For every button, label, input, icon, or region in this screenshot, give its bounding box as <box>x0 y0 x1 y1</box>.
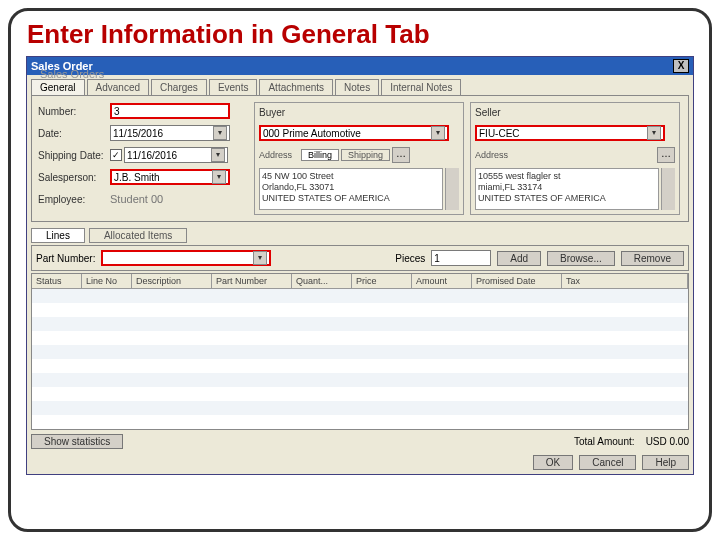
shipping-date-value: 11/16/2016 <box>127 150 177 161</box>
left-column: Number: Date: 11/15/2016 ▾ Shipping Date… <box>38 102 248 215</box>
subtab-allocated-items[interactable]: Allocated Items <box>89 228 187 243</box>
tab-charges[interactable]: Charges <box>151 79 207 95</box>
col-quantity[interactable]: Quant... <box>292 274 352 288</box>
ok-button[interactable]: OK <box>533 455 573 470</box>
seller-group: Seller FIU-CEC ▾ Address … 10555 west fl… <box>470 102 680 215</box>
sales-order-window: Sales Order X General Advanced Charges E… <box>26 56 694 475</box>
tab-attachments[interactable]: Attachments <box>259 79 333 95</box>
browse-button[interactable]: Browse... <box>547 251 615 266</box>
date-label: Date: <box>38 128 108 139</box>
chevron-down-icon[interactable]: ▾ <box>647 126 661 140</box>
pieces-field[interactable] <box>431 250 491 266</box>
window-titlebar: Sales Order X <box>27 57 693 75</box>
shipping-date-field[interactable]: 11/16/2016 ▾ <box>124 147 228 163</box>
show-statistics-button[interactable]: Show statistics <box>31 434 123 449</box>
buyer-addr-line3: UNITED STATES OF AMERICA <box>262 193 440 204</box>
close-button[interactable]: X <box>673 59 689 73</box>
tab-notes[interactable]: Notes <box>335 79 379 95</box>
col-part-number[interactable]: Part Number <box>212 274 292 288</box>
chevron-down-icon[interactable]: ▾ <box>253 251 267 265</box>
seller-address-box: 10555 west flagler st miami,FL 33174 UNI… <box>475 168 659 210</box>
col-tax[interactable]: Tax <box>562 274 688 288</box>
col-amount[interactable]: Amount <box>412 274 472 288</box>
salesperson-field[interactable]: J.B. Smith ▾ <box>110 169 230 185</box>
buyer-billing-tab[interactable]: Billing <box>301 149 339 161</box>
seller-address-label: Address <box>475 150 515 160</box>
seller-address-ellipsis-button[interactable]: … <box>657 147 675 163</box>
col-promised-date[interactable]: Promised Date <box>472 274 562 288</box>
buyer-addr-line2: Orlando,FL 33071 <box>262 182 440 193</box>
employee-label: Employee: <box>38 194 108 205</box>
seller-addr-line1: 10555 west flagler st <box>478 171 656 182</box>
line-entry-bar: Part Number: ▾ Pieces Add Browse... Remo… <box>31 245 689 271</box>
chevron-down-icon[interactable]: ▾ <box>213 126 227 140</box>
date-field[interactable]: 11/15/2016 ▾ <box>110 125 230 141</box>
buyer-addr-line1: 45 NW 100 Street <box>262 171 440 182</box>
tab-advanced[interactable]: Advanced <box>87 79 149 95</box>
buyer-value: 000 Prime Automotive <box>263 128 361 139</box>
seller-value: FIU-CEC <box>479 128 520 139</box>
cancel-button[interactable]: Cancel <box>579 455 636 470</box>
buyer-group: Buyer 000 Prime Automotive ▾ Address Bil… <box>254 102 464 215</box>
tab-events[interactable]: Events <box>209 79 258 95</box>
pieces-label: Pieces <box>395 253 425 264</box>
part-number-field[interactable]: ▾ <box>101 250 271 266</box>
employee-value: Student 00 <box>110 193 163 205</box>
buyer-shipping-tab[interactable]: Shipping <box>341 149 390 161</box>
chevron-down-icon[interactable]: ▾ <box>431 126 445 140</box>
main-tabs: General Advanced Charges Events Attachme… <box>27 75 693 95</box>
background-window-title: Sales Orders <box>40 68 104 80</box>
salesperson-value: J.B. Smith <box>114 172 160 183</box>
number-field[interactable] <box>110 103 230 119</box>
shipping-date-label: Shipping Date: <box>38 150 108 161</box>
grid-header: Status Line No Description Part Number Q… <box>32 274 688 289</box>
total-amount-label: Total Amount: <box>574 436 635 447</box>
help-button[interactable]: Help <box>642 455 689 470</box>
part-number-label: Part Number: <box>36 253 95 264</box>
total-amount-value: USD 0.00 <box>646 436 689 447</box>
col-line-no[interactable]: Line No <box>82 274 132 288</box>
seller-addr-line2: miami,FL 33174 <box>478 182 656 193</box>
tab-general[interactable]: General <box>31 79 85 95</box>
buyer-address-ellipsis-button[interactable]: … <box>392 147 410 163</box>
lines-grid: Status Line No Description Part Number Q… <box>31 273 689 430</box>
buyer-field[interactable]: 000 Prime Automotive ▾ <box>259 125 449 141</box>
seller-title: Seller <box>475 107 675 118</box>
buyer-address-box: 45 NW 100 Street Orlando,FL 33071 UNITED… <box>259 168 443 210</box>
seller-field[interactable]: FIU-CEC ▾ <box>475 125 665 141</box>
date-value: 11/15/2016 <box>113 128 163 139</box>
footer-bar: Show statistics Total Amount: USD 0.00 <box>31 434 689 449</box>
add-button[interactable]: Add <box>497 251 541 266</box>
shipping-date-checkbox[interactable]: ✓ <box>110 149 122 161</box>
col-price[interactable]: Price <box>352 274 412 288</box>
subtab-lines[interactable]: Lines <box>31 228 85 243</box>
general-panel: Number: Date: 11/15/2016 ▾ Shipping Date… <box>31 95 689 222</box>
buyer-title: Buyer <box>259 107 459 118</box>
buyer-address-label: Address <box>259 150 299 160</box>
col-description[interactable]: Description <box>132 274 212 288</box>
seller-address-scrollbar[interactable] <box>661 168 675 210</box>
seller-addr-line3: UNITED STATES OF AMERICA <box>478 193 656 204</box>
remove-button[interactable]: Remove <box>621 251 684 266</box>
number-label: Number: <box>38 106 108 117</box>
chevron-down-icon[interactable]: ▾ <box>211 148 225 162</box>
buyer-address-scrollbar[interactable] <box>445 168 459 210</box>
slide-title: Enter Information in General Tab <box>27 19 699 50</box>
salesperson-label: Salesperson: <box>38 172 108 183</box>
lines-subtabs: Lines Allocated Items <box>31 228 689 243</box>
dialog-buttons: OK Cancel Help <box>31 455 689 470</box>
col-status[interactable]: Status <box>32 274 82 288</box>
chevron-down-icon[interactable]: ▾ <box>212 170 226 184</box>
tab-internal-notes[interactable]: Internal Notes <box>381 79 461 95</box>
grid-body[interactable] <box>32 289 688 429</box>
